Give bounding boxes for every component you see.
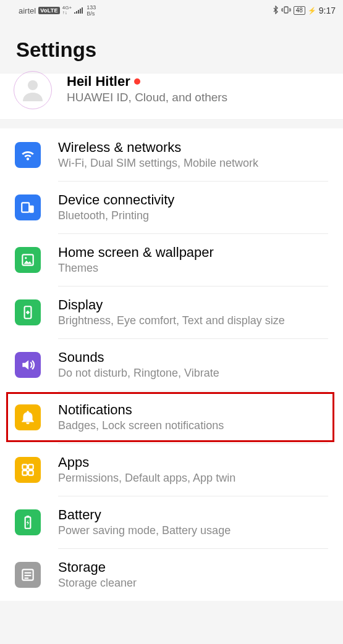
- row-subtitle: Brightness, Eye comfort, Text and displa…: [58, 314, 328, 327]
- data-rate: 133 B/s: [87, 4, 96, 17]
- signal-bars-icon: [74, 6, 84, 15]
- account-row[interactable]: Heil Hitler HUAWEI ID, Cloud, and others: [0, 73, 343, 120]
- row-title: Sounds: [58, 349, 328, 366]
- row-subtitle: Badges, Lock screen notifications: [58, 419, 328, 432]
- account-text: Heil Hitler HUAWEI ID, Cloud, and others: [67, 78, 331, 104]
- row-title: Wireless & networks: [58, 140, 328, 156]
- row-title: Display: [58, 297, 328, 313]
- clock: 9:17: [319, 6, 336, 15]
- row-subtitle: Permissions, Default apps, App twin: [58, 472, 328, 485]
- battery-level: 48: [294, 6, 305, 15]
- alert-dot-icon: [134, 78, 140, 85]
- row-title: Home screen & wallpaper: [58, 245, 328, 261]
- wifi-icon: [15, 142, 41, 168]
- speaker-icon: [15, 352, 41, 378]
- row-battery[interactable]: Battery Power saving mode, Battery usage: [0, 496, 343, 548]
- row-title: Notifications: [58, 402, 328, 418]
- page-header: Settings: [0, 21, 343, 74]
- settings-list: Wireless & networks Wi-Fi, Dual SIM sett…: [0, 128, 343, 601]
- status-right: 48 ⚡ 9:17: [273, 6, 336, 16]
- storage-icon: [15, 562, 41, 588]
- row-display[interactable]: Display Brightness, Eye comfort, Text an…: [0, 286, 343, 338]
- row-home-screen[interactable]: Home screen & wallpaper Themes: [0, 233, 343, 286]
- bluetooth-icon: [273, 6, 279, 16]
- status-bar: airtel VoLTE 4G+ ↑↓ 133 B/s 48 ⚡ 9:17: [0, 0, 343, 21]
- row-subtitle: Themes: [58, 262, 328, 275]
- apps-grid-icon: [15, 457, 41, 483]
- row-title: Storage: [58, 559, 328, 575]
- row-subtitle: Storage cleaner: [58, 577, 328, 590]
- bell-icon: [15, 404, 41, 430]
- battery-icon: [15, 509, 41, 535]
- svg-rect-2: [22, 203, 29, 212]
- row-sounds[interactable]: Sounds Do not disturb, Ringtone, Vibrate: [0, 338, 343, 391]
- vibrate-icon: [281, 6, 291, 16]
- svg-point-5: [25, 257, 27, 259]
- row-subtitle: Power saving mode, Battery usage: [58, 524, 328, 537]
- display-icon: [15, 299, 41, 325]
- status-left: airtel VoLTE 4G+ ↑↓ 133 B/s: [19, 4, 96, 17]
- row-subtitle: Wi-Fi, Dual SIM settings, Mobile network: [58, 157, 328, 170]
- person-icon: [20, 77, 45, 104]
- row-title: Apps: [58, 454, 328, 470]
- row-storage[interactable]: Storage Storage cleaner: [0, 548, 343, 601]
- row-notifications[interactable]: Notifications Badges, Lock screen notifi…: [0, 391, 343, 443]
- row-subtitle: Do not disturb, Ringtone, Vibrate: [58, 367, 328, 380]
- devices-icon: [15, 194, 41, 220]
- svg-rect-3: [29, 205, 34, 212]
- account-subtitle: HUAWEI ID, Cloud, and others: [67, 91, 331, 104]
- svg-rect-7: [22, 464, 27, 469]
- account-name: Heil Hitler: [67, 73, 331, 90]
- signal-net-icon: 4G+ ↑↓: [62, 6, 72, 15]
- row-title: Device connectivity: [58, 192, 328, 208]
- row-title: Battery: [58, 507, 328, 523]
- volte-badge: VoLTE: [38, 7, 60, 14]
- svg-rect-10: [28, 470, 33, 475]
- row-subtitle: Bluetooth, Printing: [58, 209, 328, 222]
- svg-rect-12: [27, 516, 29, 517]
- avatar: [14, 71, 52, 109]
- svg-rect-8: [28, 464, 33, 469]
- battery-charge-icon: ⚡: [308, 7, 316, 15]
- wallpaper-icon: [15, 247, 41, 273]
- svg-rect-9: [22, 470, 27, 475]
- row-apps[interactable]: Apps Permissions, Default apps, App twin: [0, 443, 343, 496]
- svg-rect-0: [284, 7, 288, 13]
- svg-point-1: [28, 80, 38, 90]
- row-device-connectivity[interactable]: Device connectivity Bluetooth, Printing: [0, 181, 343, 233]
- row-wireless-networks[interactable]: Wireless & networks Wi-Fi, Dual SIM sett…: [0, 128, 343, 181]
- page-title: Settings: [16, 38, 327, 62]
- carrier-label: airtel: [19, 6, 36, 15]
